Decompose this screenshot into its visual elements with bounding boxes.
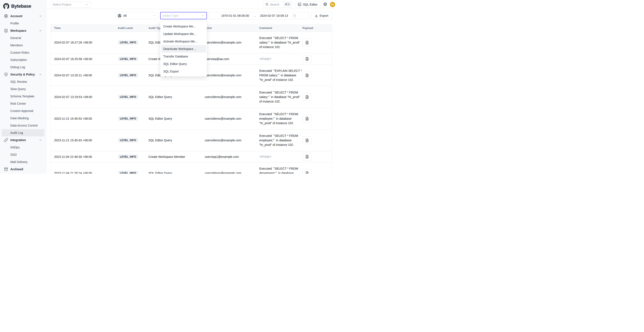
sidebar-section-account[interactable]: Account xyxy=(2,12,44,20)
sidebar-item-slow-query[interactable]: Slow Query xyxy=(2,85,44,93)
sidebar-item-label: SQL Review xyxy=(2,80,27,83)
chevron-down-icon xyxy=(39,139,42,142)
search-placeholder: Search xyxy=(270,3,279,6)
sidebar-item-data-masking[interactable]: Data Masking xyxy=(2,115,44,122)
sidebar-item-label: GitOps xyxy=(2,146,20,149)
sidebar-item-profile[interactable]: Profile xyxy=(2,20,44,27)
sidebar-item-mail-delivery[interactable]: Mail Delivery xyxy=(2,158,44,166)
export-button[interactable]: Export xyxy=(311,12,332,19)
comment-text: Executed `"SELECT * FROM employee;"` in … xyxy=(259,112,298,125)
brand-logo[interactable]: Bytebase xyxy=(0,0,46,10)
building-icon xyxy=(4,28,8,33)
calendar-icon xyxy=(293,14,296,17)
cell-time: 2024-02-07 13:19:53 +08:00 xyxy=(54,95,118,99)
search-icon xyxy=(265,3,268,6)
audit-type-select[interactable]: Select Type xyxy=(160,12,207,19)
export-label: Export xyxy=(320,14,328,17)
sidebar-item-risk-center[interactable]: Risk Center xyxy=(2,100,44,107)
chevron-down-icon xyxy=(85,3,88,6)
sidebar-item-label: Profile xyxy=(2,22,19,25)
chevron-down-icon xyxy=(39,14,42,17)
sidebar-item-sso[interactable]: SSO xyxy=(2,151,44,158)
actor-filter-value: All xyxy=(123,14,127,17)
file-search-icon xyxy=(305,40,309,45)
sidebar-item-label: General xyxy=(2,36,21,40)
chevron-down-icon xyxy=(153,14,156,17)
payload-view-button[interactable] xyxy=(302,169,312,174)
shield-check-icon xyxy=(4,72,8,77)
sidebar-item-label: Risk Center xyxy=(2,102,26,105)
cell-time: 2023-11-04 22:48:30 +08:00 xyxy=(54,155,118,159)
cell-payload xyxy=(302,136,332,144)
cell-comment: <Empty> xyxy=(259,57,302,61)
cell-actor: users/demo@example.com xyxy=(205,139,259,142)
archive-icon xyxy=(4,167,8,171)
date-range-picker[interactable]: 1970-01-01 08:00:00 → 2024-02-07 18:09:1… xyxy=(208,12,309,19)
dropdown-option-deactivate-workspace[interactable]: Deactivate Workspace ... xyxy=(161,45,206,52)
cell-payload xyxy=(302,115,332,123)
payload-view-button[interactable] xyxy=(302,71,312,79)
sidebar-item-label: Custom Roles xyxy=(2,51,29,54)
sidebar-item-sql-review[interactable]: SQL Review xyxy=(2,78,44,85)
cell-audit-level: LEVEL_INFO xyxy=(118,57,148,61)
dropdown-option-activate-workspace-me[interactable]: Activate Workspace Me... xyxy=(161,37,206,45)
cell-audit-level: LEVEL_INFO xyxy=(118,95,148,99)
sidebar-item-label: Audit Log xyxy=(2,131,23,135)
payload-view-button[interactable] xyxy=(302,153,312,161)
dropdown-option-transfer-database[interactable]: Transfer Database xyxy=(161,52,206,60)
column-header-payload: Payload xyxy=(302,26,332,30)
cell-comment: Executed `"EXPLAIN SELECT * FROM salary;… xyxy=(259,69,302,82)
cell-actor: users/demo@example.com xyxy=(205,117,259,120)
level-badge: LEVEL_INFO xyxy=(118,116,138,121)
payload-view-button[interactable] xyxy=(302,55,312,63)
sidebar-item-custom-roles[interactable]: Custom Roles xyxy=(2,49,44,56)
sidebar-item-audit-log[interactable]: Audit Log xyxy=(2,129,44,136)
project-select[interactable]: Select Project xyxy=(50,1,91,7)
user-circle-icon xyxy=(4,14,8,18)
dropdown-option-update-workspace-me[interactable]: Update Workspace Me... xyxy=(161,30,206,37)
comment-text: Executed `"EXPLAIN SELECT * FROM salary;… xyxy=(259,69,302,81)
sidebar-item-members[interactable]: Members xyxy=(2,42,44,49)
cell-comment: Executed `"SELECT * FROM salary;"` in da… xyxy=(259,36,302,49)
avatar[interactable]: DE xyxy=(330,2,335,7)
gear-icon[interactable]: ⚙ xyxy=(323,2,327,7)
sidebar-item-general[interactable]: General xyxy=(2,34,44,42)
search-input[interactable]: Search ⌘ K xyxy=(263,1,292,8)
sidebar-section-archived[interactable]: Archived xyxy=(2,166,44,173)
sidebar-item-schema-template[interactable]: Schema Template xyxy=(2,93,44,100)
sidebar-item-data-access-control[interactable]: Data Access Control xyxy=(2,122,44,129)
payload-view-button[interactable] xyxy=(302,136,312,144)
cell-time: 2024-02-07 16:27:26 +08:00 xyxy=(54,41,118,44)
payload-view-button[interactable] xyxy=(302,93,312,101)
cell-payload xyxy=(302,55,332,63)
sidebar-item-subscription[interactable]: Subscription xyxy=(2,56,44,63)
cell-audit-type: SQL Editor Query xyxy=(148,117,205,120)
dropdown-option-create-workspace-me[interactable]: Create Workspace Me... xyxy=(161,22,206,30)
dropdown-option-sql-export[interactable]: SQL Export xyxy=(161,68,206,75)
sidebar-item-gitops[interactable]: GitOps xyxy=(2,144,44,151)
payload-view-button[interactable] xyxy=(302,115,312,123)
file-search-icon xyxy=(305,95,309,99)
sql-editor-button[interactable]: SQL Editor xyxy=(295,1,320,8)
table-row: 2023-11-04 21:26:24 +08:00 LEVEL_INFO SQ… xyxy=(50,162,332,174)
column-header-actor: Actor xyxy=(205,26,259,30)
file-search-icon xyxy=(305,73,309,77)
sidebar-section-workspace[interactable]: Workspace xyxy=(2,27,44,34)
level-badge: LEVEL_INFO xyxy=(118,155,138,159)
project-select-placeholder: Select Project xyxy=(53,3,71,6)
sidebar-item-debug-log[interactable]: Debug Log xyxy=(2,63,44,71)
sidebar-section-integration[interactable]: Integration xyxy=(2,136,44,144)
payload-view-button[interactable] xyxy=(302,39,312,46)
actor-filter-select[interactable]: All xyxy=(115,12,158,19)
sql-editor-label: SQL Editor xyxy=(303,3,318,6)
download-icon xyxy=(315,14,318,17)
cell-audit-level: LEVEL_INFO xyxy=(118,171,148,174)
sidebar-section-security-policy[interactable]: Security & Policy xyxy=(2,71,44,78)
user-circle-icon xyxy=(118,14,122,18)
dropdown-option-sql-editor-query[interactable]: SQL Editor Query xyxy=(161,60,206,68)
sidebar-nav: AccountProfileWorkspaceGeneralMembersCus… xyxy=(0,10,46,173)
sidebar-item-label: Data Access Control xyxy=(2,124,38,127)
cell-audit-type: Create Workspace Member xyxy=(148,155,205,159)
cell-comment: Executed `"SELECT * FROM department;"` i… xyxy=(259,166,302,174)
sidebar-item-custom-approval[interactable]: Custom Approval xyxy=(2,107,44,115)
